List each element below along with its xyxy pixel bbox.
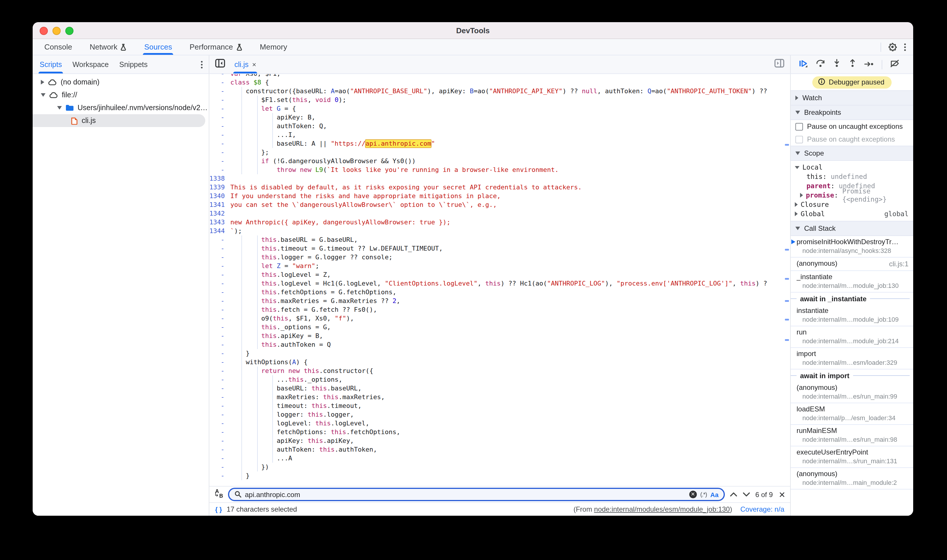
line-number[interactable]: - — [209, 314, 228, 323]
code-line[interactable]: - o9(this, $F1, Xs0, "f"), — [209, 314, 790, 323]
line-number[interactable]: - — [209, 78, 228, 87]
code-line[interactable]: - } — [209, 471, 790, 480]
search-input[interactable]: api.anthropic.com ✕ (.*) Aa — [228, 488, 725, 501]
checkbox-icon[interactable] — [795, 123, 803, 130]
code-line[interactable]: - return new this.constructor({ — [209, 366, 790, 375]
line-number[interactable]: - — [209, 244, 228, 253]
editor-tab-clijs[interactable]: cli.js × — [233, 55, 258, 74]
code-line[interactable]: - ...this._options, — [209, 375, 790, 384]
code-line[interactable]: - }; — [209, 148, 790, 157]
scope-entry-this[interactable]: this: undefined — [791, 172, 913, 181]
close-find-bar-icon[interactable]: ✕ — [779, 490, 785, 499]
zoom-window-button[interactable] — [65, 27, 74, 35]
code-line[interactable]: -class $8 { — [209, 78, 790, 87]
scope-entry-promise[interactable]: promise: Promise {<pending>} — [791, 191, 913, 200]
step-out-button[interactable] — [848, 59, 857, 70]
code-viewport[interactable]: -var Xs0, $F1;-class $8 {- constructor({… — [209, 74, 790, 486]
code-line[interactable]: - this.logger = G.logger ?? console; — [209, 253, 790, 262]
code-line[interactable]: - baseURL: this.baseURL, — [209, 384, 790, 393]
line-number[interactable]: - — [209, 445, 228, 454]
hide-navigator-icon[interactable] — [215, 59, 225, 70]
line-number[interactable]: 1339 — [209, 183, 228, 192]
line-number[interactable]: - — [209, 235, 228, 244]
line-number[interactable]: - — [209, 349, 228, 358]
line-number[interactable]: - — [209, 437, 228, 445]
code-line[interactable]: - this.timeout = G.timeout ?? Lw.DEFAULT… — [209, 244, 790, 253]
line-number[interactable]: - — [209, 332, 228, 340]
tab-snippets[interactable]: Snippets — [119, 55, 148, 74]
line-number[interactable]: - — [209, 384, 228, 393]
clear-search-icon[interactable]: ✕ — [689, 491, 697, 498]
call-stack-frame[interactable]: (anonymous)node:internal/m…main_module:2 — [791, 468, 913, 489]
code-line[interactable]: - authToken: Q, — [209, 122, 790, 131]
line-number[interactable]: - — [209, 104, 228, 113]
code-line[interactable]: - maxRetries: this.maxRetries, — [209, 393, 790, 402]
code-line[interactable]: - this.logLevel = Z, — [209, 271, 790, 279]
line-number[interactable]: - — [209, 402, 228, 410]
close-window-button[interactable] — [40, 27, 48, 35]
line-number[interactable]: - — [209, 463, 228, 471]
chevron-right-icon[interactable] — [41, 80, 44, 85]
navigator-more-kebab-icon[interactable] — [201, 55, 203, 74]
call-stack-frame[interactable]: instantiatenode:internal/m…module_job:10… — [791, 305, 913, 326]
line-number[interactable]: - — [209, 454, 228, 463]
code-line[interactable]: - if (!G.dangerouslyAllowBrowser && Ys0(… — [209, 157, 790, 166]
call-stack-frame[interactable]: (anonymous)cli.js:1 — [791, 258, 913, 271]
code-line[interactable]: - this.baseURL = G.baseURL, — [209, 235, 790, 244]
more-options-kebab-icon[interactable] — [904, 43, 906, 51]
code-line[interactable]: - this.apiKey = B, — [209, 332, 790, 340]
code-line[interactable]: - }) — [209, 463, 790, 471]
tab-sources[interactable]: Sources — [143, 39, 173, 55]
call-stack-frame[interactable]: loadESMnode:internal/p…/esm_loader:34 — [791, 403, 913, 425]
code-line[interactable]: - withOptions(A) { — [209, 358, 790, 366]
code-line[interactable]: - ...A — [209, 454, 790, 463]
show-debugger-sidebar-icon[interactable] — [774, 59, 784, 70]
search-query-text[interactable]: api.anthropic.com — [245, 490, 686, 498]
code-line[interactable]: -var Xs0, $F1; — [209, 74, 790, 78]
line-number[interactable]: - — [209, 297, 228, 305]
code-line[interactable]: - this._options = G, — [209, 323, 790, 332]
chevron-down-icon[interactable] — [57, 106, 62, 109]
call-stack-frame[interactable]: importnode:internal/m…esm/loader:329 — [791, 348, 913, 369]
code-line[interactable]: 1338 — [209, 174, 790, 183]
line-number[interactable]: - — [209, 95, 228, 104]
call-stack-frame[interactable]: promiseInitHookWithDestroyTr…node:intern… — [791, 236, 913, 258]
section-breakpoints[interactable]: Breakpoints — [791, 106, 913, 120]
line-number[interactable]: - — [209, 471, 228, 480]
line-number[interactable]: 1341 — [209, 200, 228, 209]
source-mapping-link[interactable]: node:internal/modules/esm/module_job:130 — [594, 505, 730, 513]
line-number[interactable]: 1342 — [209, 209, 228, 218]
line-number[interactable]: - — [209, 74, 228, 78]
call-stack-frame[interactable]: runMainESMnode:internal/m…es/run_main:98 — [791, 425, 913, 446]
tree-item-clijs[interactable]: cli.js — [32, 114, 209, 127]
line-number[interactable]: - — [209, 419, 228, 428]
tab-workspace[interactable]: Workspace — [72, 55, 109, 74]
line-number[interactable]: - — [209, 166, 228, 174]
line-number[interactable]: - — [209, 279, 228, 288]
tab-performance[interactable]: Performance — [188, 39, 244, 55]
line-number[interactable]: - — [209, 122, 228, 131]
code-line[interactable]: - apiKey: this.apiKey, — [209, 437, 790, 445]
code-line[interactable]: - logLevel: this.logLevel, — [209, 419, 790, 428]
resume-script-button[interactable] — [799, 59, 808, 70]
step-into-button[interactable] — [833, 59, 841, 70]
match-whole-word-icon[interactable]: A↳B — [214, 489, 223, 500]
step-button[interactable] — [864, 59, 874, 70]
line-number[interactable]: - — [209, 157, 228, 166]
line-number[interactable]: 1343 — [209, 218, 228, 227]
line-number[interactable]: - — [209, 428, 228, 437]
code-line[interactable]: - baseURL: A || "https://api.anthropic.c… — [209, 139, 790, 148]
code-line[interactable]: - this.logLevel = Hc1(G.logLevel, "Clien… — [209, 279, 790, 288]
line-number[interactable]: - — [209, 358, 228, 366]
tree-item-no-domain[interactable]: (no domain) — [32, 76, 209, 89]
code-line[interactable]: - this.fetchOptions = G.fetchOptions, — [209, 288, 790, 297]
minimize-window-button[interactable] — [52, 27, 61, 35]
section-watch[interactable]: Watch — [791, 90, 913, 106]
tree-item-node-folder[interactable]: Users/jinhuilee/.nvm/versions/node/v2… — [32, 102, 209, 114]
chevron-down-icon[interactable] — [41, 93, 45, 97]
code-line[interactable]: - throw new L9(`It looks like you're run… — [209, 166, 790, 174]
line-number[interactable]: - — [209, 305, 228, 314]
code-line[interactable]: - apiKey: B, — [209, 113, 790, 122]
next-match-button[interactable] — [742, 492, 751, 497]
pretty-print-icon[interactable]: { } — [215, 506, 222, 513]
